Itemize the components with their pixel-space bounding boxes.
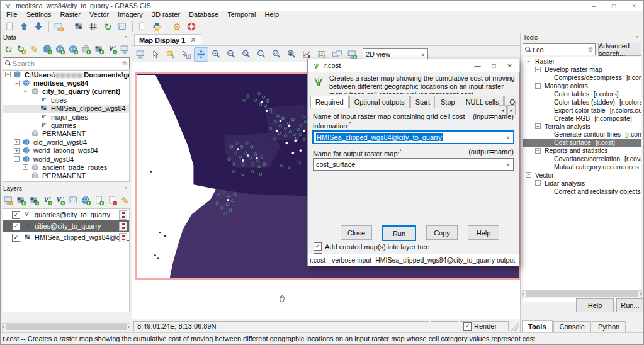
query-icon[interactable] bbox=[179, 47, 193, 62]
menu-settings[interactable]: Settings bbox=[22, 11, 56, 19]
dialog-tab-required[interactable]: Required bbox=[310, 96, 349, 108]
help-button[interactable]: Help bbox=[468, 225, 499, 240]
cartographic-composer-icon[interactable] bbox=[115, 20, 130, 34]
add-various-raster-icon[interactable] bbox=[28, 194, 41, 208]
add-command-layer-icon[interactable] bbox=[93, 194, 106, 208]
layer-checkbox[interactable]: ✓ bbox=[12, 211, 20, 219]
expander-plus-icon[interactable]: + bbox=[14, 139, 20, 145]
dialog-tab-stop[interactable]: Stop bbox=[436, 96, 460, 108]
scrollbar-thumb[interactable] bbox=[526, 291, 639, 297]
expander-minus-icon[interactable]: − bbox=[14, 81, 20, 86]
tools-tree-item[interactable]: Color tables[r.colors] bbox=[523, 90, 641, 98]
zoom-region-icon[interactable] bbox=[254, 47, 269, 62]
add-group-icon[interactable] bbox=[67, 194, 80, 208]
add-vector-icon[interactable]: V bbox=[106, 43, 119, 57]
close-tab-icon[interactable]: ✕ bbox=[190, 36, 196, 44]
layer-options-button[interactable] bbox=[119, 222, 127, 231]
add-location-icon[interactable] bbox=[54, 43, 67, 57]
expander-plus-icon[interactable]: + bbox=[14, 148, 20, 154]
render-map-icon[interactable] bbox=[133, 47, 148, 62]
add-raster-layer-icon[interactable] bbox=[15, 194, 28, 208]
python-console-icon[interactable] bbox=[150, 20, 164, 34]
field-combobox[interactable]: HMISea_clipped_wgs84@city_to_quarry∨ bbox=[313, 131, 514, 144]
maximize-icon[interactable]: □ bbox=[612, 3, 616, 9]
close-button[interactable]: Close bbox=[341, 225, 372, 240]
add-web-service-icon[interactable] bbox=[80, 194, 93, 208]
layer-options-button[interactable] bbox=[119, 210, 127, 220]
new-map-display-icon[interactable] bbox=[52, 20, 66, 34]
tab-map-display-1[interactable]: Map Display 1 ✕ bbox=[134, 34, 201, 45]
add-various-vector-icon[interactable]: V bbox=[54, 194, 67, 208]
tools-hscrollbar[interactable]: ‹ › bbox=[522, 290, 642, 298]
download-location-icon[interactable] bbox=[67, 43, 80, 57]
expander-minus-icon[interactable]: − bbox=[535, 123, 541, 129]
menu-raster[interactable]: Raster bbox=[55, 11, 84, 19]
data-tree-item[interactable]: −city_to_quarry (current) bbox=[3, 88, 129, 96]
expander-minus-icon[interactable]: − bbox=[526, 172, 531, 178]
resize-grip[interactable] bbox=[510, 322, 519, 331]
layer-row[interactable]: ✓Vcities@city_to_quarry bbox=[3, 220, 129, 232]
tools-tree-item[interactable]: −Vector bbox=[523, 171, 641, 179]
dialog-maximize-icon[interactable]: □ bbox=[492, 62, 496, 69]
layer-checkbox[interactable]: ✓ bbox=[12, 234, 20, 242]
close-icon[interactable]: × bbox=[632, 3, 636, 9]
panel-undock-icon[interactable]: ‒ bbox=[631, 33, 636, 40]
panel-undock-icon[interactable]: ‒ bbox=[119, 33, 125, 40]
return-to-previous-zoom-icon[interactable]: ↩ bbox=[269, 47, 284, 62]
checkbox[interactable]: ✓ bbox=[314, 242, 322, 251]
georectifier-icon[interactable] bbox=[86, 20, 101, 34]
tools-tree-item[interactable]: −Reports and statistics bbox=[523, 147, 641, 155]
data-tree-item[interactable]: Vcities bbox=[3, 96, 129, 104]
layers-hscrollbar[interactable]: ‹ › bbox=[2, 323, 130, 331]
data-tree-item[interactable]: PERMANENT bbox=[3, 172, 129, 180]
menu-temporal[interactable]: Temporal bbox=[223, 11, 260, 19]
tools-tree-item[interactable]: Create RGB[r.composite] bbox=[523, 114, 641, 122]
tools-tree-item[interactable]: Compress/decompress[r.compress] bbox=[523, 74, 641, 82]
pointer-icon[interactable] bbox=[149, 47, 163, 62]
menu-database[interactable]: Database bbox=[184, 11, 223, 19]
tools-search-input[interactable]: r.co ⊗ bbox=[523, 43, 596, 55]
tools-tree-item[interactable]: Cost surface[r.cost] bbox=[523, 139, 641, 147]
tab-python[interactable]: Python bbox=[592, 321, 626, 332]
new-workspace-icon[interactable] bbox=[3, 20, 17, 34]
tab-scroll-right-icon[interactable]: ▸ bbox=[507, 105, 516, 115]
expander-minus-icon[interactable]: − bbox=[535, 148, 541, 154]
scroll-right-icon[interactable]: › bbox=[640, 291, 641, 297]
zoom-in-icon[interactable]: + bbox=[209, 47, 223, 62]
data-tree-item[interactable]: −world_wgs84 bbox=[3, 155, 129, 163]
add-raster-icon[interactable] bbox=[93, 43, 106, 57]
minimize-icon[interactable]: – bbox=[592, 3, 596, 9]
menu-3d-raster[interactable]: 3D raster bbox=[147, 11, 184, 19]
field-combobox[interactable]: cost_surface∨ bbox=[313, 158, 514, 171]
dialog-titlebar[interactable]: r.cost — □ ✕ bbox=[308, 59, 519, 72]
expander-plus-icon[interactable]: + bbox=[23, 164, 28, 170]
tools-tree-item[interactable]: Covariance/correlation[r.covar] bbox=[523, 155, 641, 163]
tools-help-button[interactable]: Help bbox=[576, 298, 614, 312]
tools-tree-item[interactable]: −Manage colors bbox=[523, 82, 641, 90]
select-icon[interactable] bbox=[164, 47, 178, 62]
tab-console[interactable]: Console bbox=[553, 321, 591, 332]
panel-close-icon[interactable]: ▫ bbox=[636, 33, 641, 40]
add-vector-layer-icon[interactable]: V bbox=[41, 194, 54, 208]
data-tree-item[interactable]: Vmajor_cities bbox=[3, 113, 129, 121]
tools-tree-item[interactable]: Generate contour lines[r.contour] bbox=[523, 130, 641, 139]
tools-tree-item[interactable]: −Develop raster map bbox=[523, 65, 641, 74]
advanced-search-button[interactable]: Advanced search... bbox=[598, 43, 641, 56]
reload-tree-icon[interactable]: ↻ bbox=[2, 43, 15, 57]
panel-close-icon[interactable]: ▫ bbox=[125, 33, 129, 40]
clear-search-icon[interactable]: ⊗ bbox=[588, 46, 593, 53]
dialog-tab-optional-outputs[interactable]: Optional outputs bbox=[349, 96, 410, 108]
data-search-input[interactable]: Search ⊗ bbox=[3, 57, 130, 69]
add-mapset-icon[interactable] bbox=[80, 43, 93, 57]
panel-close-icon[interactable]: ▫ bbox=[125, 184, 129, 191]
dialog-close-icon[interactable]: ✕ bbox=[507, 62, 512, 69]
dialog-checkbox-row[interactable]: ✓Add created map(s) into layer tree bbox=[314, 242, 429, 251]
zoom-out-icon[interactable]: − bbox=[224, 47, 239, 62]
settings-icon[interactable]: ⚙ bbox=[170, 20, 184, 34]
save-workspace-icon[interactable] bbox=[31, 20, 46, 34]
expander-minus-icon[interactable]: − bbox=[535, 67, 541, 72]
menu-file[interactable]: File bbox=[2, 11, 22, 19]
open-workspace-icon[interactable] bbox=[17, 20, 31, 34]
expander-minus-icon[interactable]: − bbox=[5, 72, 11, 77]
panel-undock-icon[interactable]: ‒ bbox=[119, 184, 125, 191]
